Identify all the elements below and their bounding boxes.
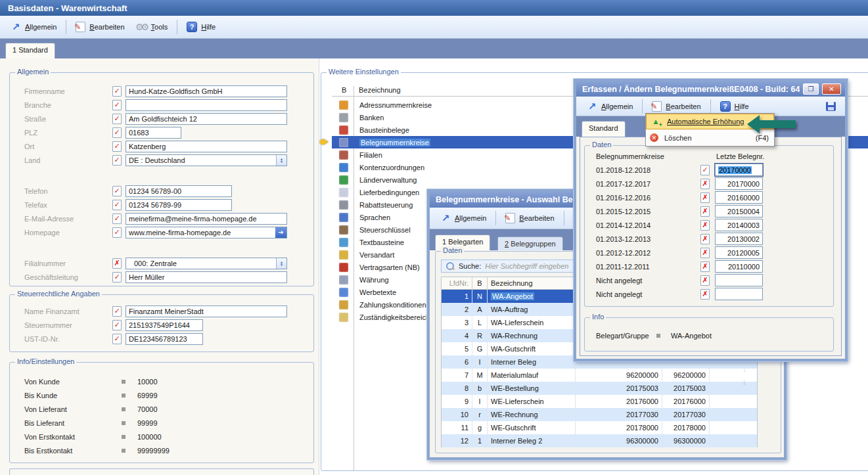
advertising-texts-icon — [339, 288, 348, 297]
spinner-buttons[interactable]: ▲▼ — [276, 258, 286, 269]
settings-item-label: Kontenzuordnungen — [359, 164, 424, 171]
spinner-buttons[interactable]: ▲▼ — [276, 155, 286, 166]
telefon-field[interactable]: 01234 56789-00 — [126, 185, 232, 197]
nummernkreis-row: Nicht angelegt✗ — [585, 287, 833, 301]
contract-types-icon — [339, 263, 348, 272]
x-icon[interactable]: ✗ — [700, 192, 710, 203]
x-icon[interactable]: ✗ — [700, 289, 710, 300]
letzte-belegnr-field[interactable]: 20170000 — [715, 164, 763, 176]
application-screen: Basisdaten - Warenwirtschaft ↗ Allgemein… — [0, 0, 868, 475]
geschaeftsleitung-field[interactable]: Herr Müller — [126, 271, 287, 283]
bearbeiten-menu-button[interactable]: Bearbeiten — [647, 99, 706, 114]
check-icon[interactable]: ✓ — [112, 86, 122, 97]
maximize-button[interactable]: ❐ — [803, 83, 819, 95]
x-icon[interactable]: ✗ — [700, 248, 710, 258]
check-icon[interactable]: ✓ — [112, 306, 122, 317]
tab-beleggruppen[interactable]: 2 Beleggruppen — [497, 237, 563, 250]
open-homepage-button[interactable]: ➔ — [275, 227, 286, 238]
check-icon[interactable]: ✓ — [112, 272, 122, 283]
check-icon[interactable]: ✓ — [112, 214, 122, 224]
toolbar-separator — [564, 211, 564, 225]
payment-terms-icon — [339, 300, 348, 309]
settings-item-label: Zahlungskonditionen — [359, 301, 426, 309]
finanzamt-field[interactable]: Finanzamt MeinerStadt — [126, 305, 287, 317]
move-bottom-icon[interactable]: ⤓ — [743, 378, 746, 386]
letzte-belegnr-field[interactable] — [715, 288, 763, 300]
check-icon[interactable]: ✓ — [112, 186, 122, 196]
check-icon[interactable]: ✓ — [112, 114, 122, 124]
allgemein-menu-button[interactable]: ↗ Allgemein — [5, 19, 62, 35]
field-row-finanzamt: Name Finanzamt ✓ Finanzamt MeinerStadt — [10, 304, 313, 318]
close-button[interactable]: ✕ — [822, 83, 841, 95]
x-icon[interactable]: ✗ — [112, 258, 122, 269]
branche-field[interactable] — [126, 99, 287, 111]
bearbeiten-menu-button[interactable]: Bearbeiten — [500, 210, 559, 226]
edit-document-icon — [76, 22, 85, 32]
table-row[interactable]: 121Interner Beleg 29630000096300000 — [442, 434, 757, 447]
x-icon[interactable]: ✗ — [700, 179, 710, 189]
ustid-field[interactable]: DE123456789123 — [126, 333, 203, 345]
check-icon[interactable]: ✓ — [112, 200, 122, 210]
text-blocks-icon — [339, 238, 348, 247]
telefax-field[interactable]: 01234 56789-99 — [126, 199, 232, 211]
daten-groupbox: Daten Belegnummernkreise Letzte Belegnr.… — [584, 145, 834, 307]
letzte-belegnr-field[interactable]: 20150004 — [715, 205, 763, 217]
field-row-geschaeftsleitung: Geschäftsleitung ✓ Herr Müller — [10, 270, 313, 284]
allgemein-menu-button[interactable]: ↗ Allgemein — [435, 210, 491, 226]
letzte-belegnr-field[interactable] — [715, 274, 763, 286]
search-input[interactable]: Hier Suchbegriff eingeben — [485, 262, 568, 270]
check-icon[interactable]: ✓ — [700, 165, 710, 175]
ort-field[interactable]: Katzenberg — [126, 141, 287, 152]
table-row[interactable]: 7MMaterialumlauf9620000096200000 — [442, 369, 757, 382]
hilfe-menu-button[interactable]: ? Hilfe — [181, 19, 221, 35]
column-header-bezeichnung[interactable]: Bezeichnung — [359, 86, 401, 94]
groupbox-title: Info/Einstellungen — [15, 357, 76, 365]
letzte-belegnr-field[interactable]: 20120005 — [715, 246, 763, 259]
x-icon[interactable]: ✗ — [700, 261, 710, 272]
table-row[interactable]: 9lWE-Lieferschein2017600020176000 — [442, 395, 757, 408]
letzte-belegnr-field[interactable]: 20110000 — [715, 260, 763, 273]
erfassen-dialog-titlebar[interactable]: Erfassen / Ändern BelegnummernkreißE0408… — [576, 81, 845, 97]
letzte-belegnr-field[interactable]: 20160000 — [715, 191, 763, 204]
homepage-field[interactable]: www.meine-firma-homepage.de ➔ — [126, 227, 287, 238]
x-icon[interactable]: ✗ — [700, 275, 710, 286]
column-header-b[interactable]: B — [342, 86, 346, 94]
letzte-belegnr-field[interactable]: 20170000 — [715, 177, 763, 190]
tools-menu-button[interactable]: ⚙⚙ Tools — [130, 19, 173, 35]
info-row: Von Lieferant 70000 — [10, 402, 313, 416]
firmenname-field[interactable]: Hund-Katze-Goldfisch GmbH — [126, 85, 287, 97]
settings-item-label: Lieferbedingungen — [359, 189, 419, 196]
check-icon[interactable]: ✓ — [112, 320, 122, 330]
land-select[interactable]: DE : Deutschland ▲▼ — [126, 154, 287, 166]
info-row: Belegart/Gruppe WA-Angebot — [585, 328, 833, 342]
strasse-field[interactable]: Am Goldfischteich 12 — [126, 113, 287, 125]
filialnummer-select[interactable]: 000: Zentrale ▲▼ — [126, 258, 287, 269]
hilfe-menu-button[interactable]: ? Hilfe — [715, 99, 754, 114]
letzte-belegnr-field[interactable]: 20140003 — [715, 219, 763, 231]
check-icon[interactable]: ✓ — [112, 141, 122, 152]
table-row[interactable]: 10rWE-Rechnung2017703020177030 — [442, 408, 757, 421]
toolbar-separator — [495, 211, 496, 225]
check-icon[interactable]: ✓ — [112, 127, 122, 138]
steuernummer-field[interactable]: 2151937549P1644 — [126, 319, 203, 331]
tab-standard[interactable]: 1 Standard — [5, 43, 55, 58]
check-icon[interactable]: ✓ — [112, 155, 122, 166]
save-icon[interactable] — [826, 102, 836, 111]
x-icon[interactable]: ✗ — [700, 206, 710, 217]
table-row[interactable]: 8bWE-Bestellung2017500320175003 — [442, 382, 757, 395]
email-field[interactable]: meinefirma@meine-firma-homepage.de — [126, 213, 287, 225]
plz-field[interactable]: 01683 — [126, 127, 181, 139]
check-icon[interactable]: ✓ — [112, 227, 122, 238]
check-icon[interactable]: ✓ — [112, 100, 122, 110]
bearbeiten-menu-button[interactable]: Bearbeiten — [70, 19, 129, 35]
check-icon[interactable]: ✓ — [112, 334, 122, 344]
x-icon[interactable]: ✗ — [700, 220, 710, 231]
letzte-belegnr-field[interactable]: 20130002 — [715, 233, 763, 245]
allgemein-menu-button[interactable]: ↗ Allgemein — [582, 99, 638, 114]
move-down-icon[interactable]: ↓ — [743, 366, 746, 373]
settings-item-label: Rabattsteuerung — [359, 201, 413, 209]
x-icon[interactable]: ✗ — [700, 234, 710, 244]
tab-standard[interactable]: Standard — [582, 121, 626, 137]
groupbox-title: Info — [590, 313, 606, 321]
table-row[interactable]: 11gWE-Gutschrift2017800020178000 — [442, 421, 757, 434]
